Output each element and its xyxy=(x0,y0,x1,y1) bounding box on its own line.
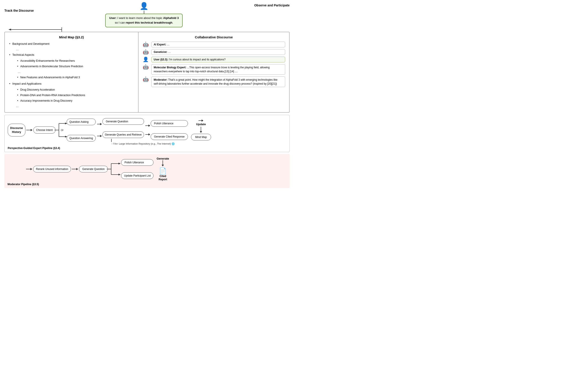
update-label: Update xyxy=(196,122,206,126)
user-bubble-area: 👤 User: I want to learn more about the t… xyxy=(36,2,252,27)
generate-label: Generate xyxy=(157,157,169,160)
moderator-label: Moderator Pipeline (§3.5) xyxy=(7,183,287,186)
mind-map-title: Mind Map (§3.2) xyxy=(9,35,134,39)
generate-question-box: Generate Question xyxy=(102,118,144,125)
top-header: Track the Discourse 👤 User: I want to le… xyxy=(0,0,294,27)
generate-queries-box: Generate Queries and Retrieve xyxy=(102,131,144,138)
list-item-ellipsis2: … xyxy=(9,104,134,109)
update-participant-box: Update Participant List xyxy=(121,172,153,179)
cited-report-label: CitedReport xyxy=(159,175,167,181)
geneticist-bubble: Geneticist: … xyxy=(151,49,285,55)
choose-intent-box: Choose Intent xyxy=(33,126,56,134)
user-bubble: User (§3.3): I'm curious about its impac… xyxy=(151,57,285,62)
flow-section: DiscourseHistory Choose Intent xyxy=(4,115,290,188)
user-speech-bubble: User: I want to learn more about the top… xyxy=(105,14,183,27)
svg-marker-6 xyxy=(65,122,67,124)
collab-title: Collaborative Discourse xyxy=(143,35,285,39)
polish-utterance-mod-box: Polish Utterance xyxy=(121,159,153,166)
pipeline-label: Perspective-Guided Expert Pipeline (§3.4… xyxy=(8,147,286,150)
info-repo-label: Large Information Repository (e.g., The … xyxy=(119,142,175,145)
polish-utterance-top-box: Polish Utterance xyxy=(151,120,188,127)
generate-cited-box: Generate Cited Response xyxy=(151,133,188,140)
collab-message-user: 👤 User (§3.3): I'm curious about its imp… xyxy=(143,57,285,62)
collab-message-ai-expert: 🤖 AI Expert: … xyxy=(143,42,285,47)
moderator-generate-question-box: Generate Question xyxy=(79,166,108,172)
mind-map-panel: Mind Map (§3.2) • Background and Develop… xyxy=(5,32,139,112)
list-item: • Background and Development xyxy=(9,41,134,47)
svg-marker-2 xyxy=(8,29,11,30)
mol-bio-icon: 🤖 xyxy=(143,64,149,70)
collab-message-geneticist: 🤖 Geneticist: … xyxy=(143,49,285,55)
discourse-history-box: DiscourseHistory xyxy=(8,124,25,137)
ai-expert-bubble: AI Expert: … xyxy=(151,42,285,47)
user-icon-top: 👤 xyxy=(140,2,148,10)
ai-expert-icon: 🤖 xyxy=(143,42,149,47)
track-label: Track the Discourse xyxy=(4,9,34,12)
cited-report-icon: 📄 xyxy=(159,167,167,175)
svg-marker-10 xyxy=(65,136,67,138)
mol-bio-bubble: Molecular Biology Expert: ...This open-a… xyxy=(151,64,285,75)
cited-report-area: 📄 CitedReport xyxy=(159,167,167,181)
rerank-box: Rerank Unused information xyxy=(33,166,71,172)
geneticist-icon: 🤖 xyxy=(143,49,149,55)
expert-pipeline: DiscourseHistory Choose Intent xyxy=(4,115,290,152)
svg-marker-17 xyxy=(118,174,121,176)
list-item: • Impact and Applications •Drug Discover… xyxy=(9,81,134,104)
collab-message-moderator: 🤖 Moderator: That's a great point. How m… xyxy=(143,77,285,87)
main-panels: Mind Map (§3.2) • Background and Develop… xyxy=(4,32,290,113)
mind-map-content: • Background and Development … • Technic… xyxy=(9,41,134,109)
observe-label: Observe and Participate xyxy=(254,3,290,7)
user-icon: 👤 xyxy=(143,57,149,62)
moderator-bubble: Moderator: That's a great point. How mig… xyxy=(151,77,285,87)
moderator-icon: 🤖 xyxy=(143,77,149,82)
mind-map-update-box: Mind Map xyxy=(191,134,211,141)
list-item: • Technical Aspects •Accessibility Enhan… xyxy=(9,52,134,80)
question-asking-box: Question Asking xyxy=(67,119,96,125)
collab-panel: Collaborative Discourse 🤖 AI Expert: … 🤖… xyxy=(139,32,289,112)
question-answering-box: Question Answering xyxy=(67,135,96,141)
svg-marker-14 xyxy=(118,163,121,164)
list-item-ellipsis: … xyxy=(9,47,134,52)
moderator-pipeline: Rerank Unused information Generate Quest… xyxy=(4,154,290,188)
collab-message-mol-bio: 🤖 Molecular Biology Expert: ...This open… xyxy=(143,64,285,75)
